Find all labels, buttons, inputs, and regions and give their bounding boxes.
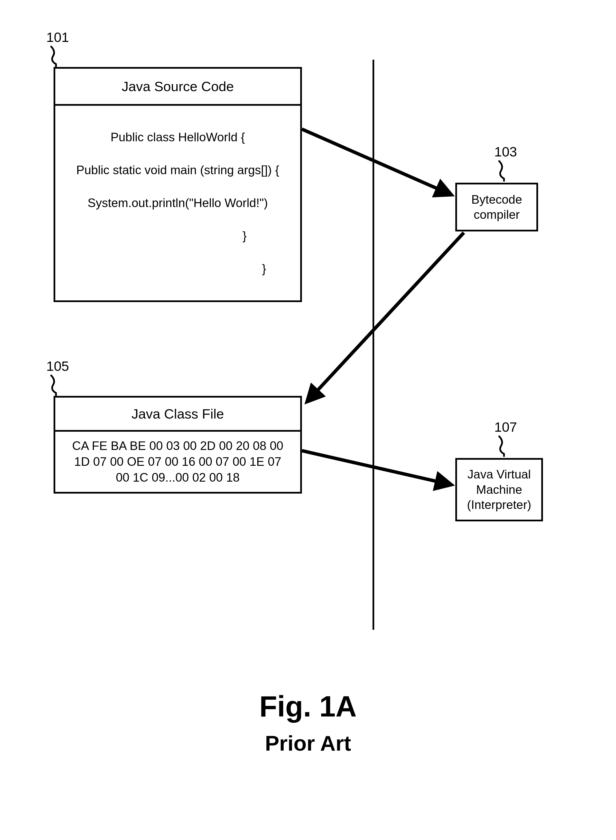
jvm-box: Java Virtual Machine (Interpreter) (455, 458, 543, 521)
arrow-classfile-to-jvm (302, 451, 452, 485)
ref-107-squiggle (497, 435, 511, 457)
arrow-source-to-compiler (302, 129, 452, 195)
classfile-body: CA FE BA BE 00 03 00 2D 00 20 08 00 1D 0… (55, 432, 300, 492)
source-code-body: Public class HelloWorld { Public static … (55, 106, 300, 300)
code-line: } (63, 228, 293, 244)
code-line: Public class HelloWorld { (63, 129, 293, 146)
ref-101: 101 (46, 29, 69, 45)
source-title: Java Source Code (55, 69, 300, 106)
ref-107: 107 (494, 419, 517, 435)
jvm-line: Machine (467, 482, 531, 498)
ref-101-squiggle (49, 45, 63, 67)
hex-line: 1D 07 00 OE 07 00 16 00 07 00 1E 07 (60, 454, 295, 470)
hex-line: CA FE BA BE 00 03 00 2D 00 20 08 00 (60, 438, 295, 454)
figure-subtitle: Prior Art (0, 731, 616, 756)
compiler-line: compiler (471, 207, 522, 222)
vertical-divider (373, 60, 374, 630)
jvm-line: Java Virtual (467, 467, 531, 482)
java-class-file-box: Java Class File CA FE BA BE 00 03 00 2D … (54, 396, 302, 493)
arrow-compiler-to-classfile (307, 233, 464, 402)
figure-title: Fig. 1A (0, 689, 616, 723)
ref-105: 105 (46, 358, 69, 374)
code-line: } (63, 261, 293, 277)
code-line: Public static void main (string args[]) … (63, 162, 293, 179)
classfile-title: Java Class File (55, 398, 300, 432)
jvm-line: (Interpreter) (467, 497, 531, 513)
code-line: System.out.println("Hello World!") (63, 195, 293, 211)
ref-103: 103 (494, 144, 517, 160)
ref-105-squiggle (49, 374, 63, 396)
hex-line: 00 1C 09...00 02 00 18 (60, 470, 295, 486)
java-source-code-box: Java Source Code Public class HelloWorld… (54, 67, 302, 302)
bytecode-compiler-box: Bytecode compiler (455, 183, 538, 231)
diagram-canvas: 101 Java Source Code Public class HelloW… (0, 0, 616, 840)
ref-103-squiggle (497, 160, 511, 182)
compiler-line: Bytecode (471, 192, 522, 207)
